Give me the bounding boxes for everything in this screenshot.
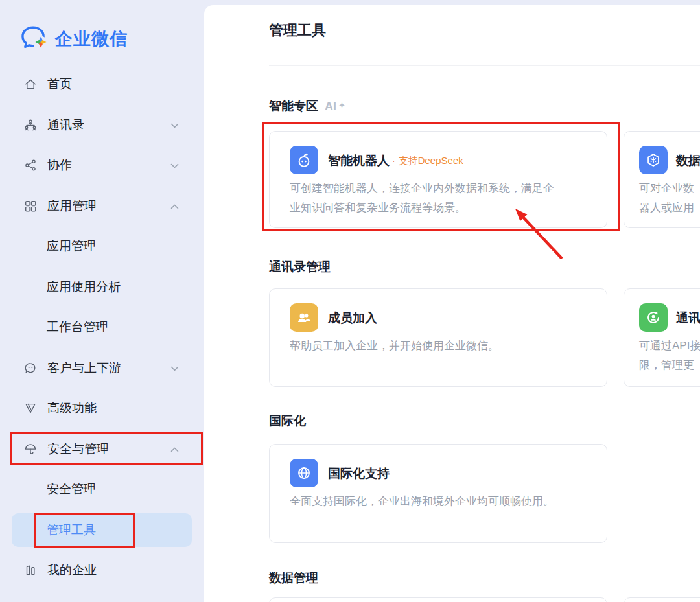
card-title-row: 智能机器人 · 支持DeepSeek xyxy=(328,152,463,169)
sidebar-item-customers[interactable]: 客户与上下游 xyxy=(0,348,202,389)
section-header-data: 数据管理 xyxy=(269,570,700,586)
card-data-right-partial[interactable] xyxy=(624,597,700,602)
sidebar-nav: 首页 通讯录 协作 xyxy=(0,64,202,591)
sidebar-item-app-management[interactable]: 应用管理 xyxy=(0,186,202,227)
section-title: 智能专区 xyxy=(269,98,318,115)
card-description: 全面支持国际化，企业出海和境外企业均可顺畅使用。 xyxy=(290,492,563,511)
title-tag-separator: · xyxy=(392,156,395,166)
sidebar-subitem-security-management[interactable]: 安全管理 xyxy=(0,469,202,510)
sidebar-item-advanced-features[interactable]: 高级功能 xyxy=(0,388,202,429)
sparkle-icon: ✦ xyxy=(338,97,345,114)
chevron-up-icon xyxy=(170,443,179,455)
section-title: 数据管理 xyxy=(269,570,318,586)
card-description: 可对企业数 器人或应用 xyxy=(639,179,700,218)
sidebar-item-label: 应用使用分析 xyxy=(47,279,121,295)
card-row-i18n: 国际化支持 全面支持国际化，企业出海和境外企业均可顺畅使用。 xyxy=(269,444,700,543)
section-header-i18n: 国际化 xyxy=(269,413,700,430)
sidebar-item-label: 安全与管理 xyxy=(47,441,109,457)
contacts-sync-icon xyxy=(639,303,668,332)
app-logo-text: 企业微信 xyxy=(55,27,128,51)
card-smart-table-partial[interactable]: 数据 可对企业数 器人或应用 xyxy=(624,131,700,228)
card-smart-robot[interactable]: 智能机器人 · 支持DeepSeek 可创建智能机器人，连接企业内外数据和系统，… xyxy=(269,131,607,228)
card-title-row: 国际化支持 xyxy=(328,465,390,482)
umbrella-icon xyxy=(23,442,38,456)
sidebar-subitem-app-management[interactable]: 应用管理 xyxy=(0,226,202,267)
sidebar-item-home[interactable]: 首页 xyxy=(0,64,202,105)
vane-icon xyxy=(23,401,38,415)
chevron-up-icon xyxy=(170,200,179,212)
sidebar-subitem-workbench-management[interactable]: 工作台管理 xyxy=(0,307,202,348)
sidebar-subitem-management-tools[interactable]: 管理工具 xyxy=(0,510,202,551)
sidebar-item-label: 客户与上下游 xyxy=(47,360,121,376)
card-title: 数据 xyxy=(676,152,700,169)
sidebar-item-label: 高级功能 xyxy=(47,400,97,417)
section-title: 通讯录管理 xyxy=(269,259,331,275)
sidebar-item-label: 安全管理 xyxy=(47,481,96,498)
section-title: 国际化 xyxy=(269,413,306,430)
collaboration-icon xyxy=(23,158,38,172)
sidebar: 企业微信 首页 通讯录 xyxy=(0,0,202,602)
selected-item-highlight xyxy=(12,513,192,548)
chevron-down-icon xyxy=(170,159,179,171)
sidebar-item-security-management[interactable]: 安全与管理 xyxy=(0,429,202,470)
card-data-left-partial[interactable] xyxy=(269,597,607,602)
card-i18n-support[interactable]: 国际化支持 全面支持国际化，企业出海和境外企业均可顺畅使用。 xyxy=(269,444,607,543)
home-icon xyxy=(23,77,38,91)
card-description: 帮助员工加入企业，并开始使用企业微信。 xyxy=(290,336,563,356)
page-title: 管理工具 xyxy=(269,21,700,40)
sidebar-subitem-app-usage-analysis[interactable]: 应用使用分析 xyxy=(0,267,202,308)
contacts-icon xyxy=(23,118,38,132)
card-title: 通讯 xyxy=(676,310,700,327)
deepseek-tag: 支持DeepSeek xyxy=(399,155,463,167)
sidebar-item-label: 首页 xyxy=(47,76,72,93)
card-title-row: 成员加入 xyxy=(328,310,377,327)
sidebar-item-contacts[interactable]: 通讯录 xyxy=(0,105,202,146)
card-title: 国际化支持 xyxy=(328,465,390,482)
wecom-admin-page: { "logo": { "text": "企业微信" }, "sidebar":… xyxy=(0,0,700,602)
card-title-row: 通讯 xyxy=(676,310,700,327)
card-row-data xyxy=(269,597,700,602)
card-row-contacts: 成员加入 帮助员工加入企业，并开始使用企业微信。 通讯 可通过API接 限，管理… xyxy=(269,288,700,387)
sidebar-item-label: 工作台管理 xyxy=(47,319,108,336)
sidebar-item-label: 协作 xyxy=(47,157,72,174)
sidebar-item-label: 管理工具 xyxy=(47,522,96,538)
wecom-logo-icon xyxy=(19,24,49,54)
members-icon xyxy=(290,303,318,332)
smart-table-icon xyxy=(639,146,668,174)
app-logo[interactable]: 企业微信 xyxy=(0,0,202,54)
card-contacts-sync-partial[interactable]: 通讯 可通过API接 限，管理更 xyxy=(624,288,700,387)
sidebar-item-label: 应用管理 xyxy=(47,198,97,214)
sidebar-item-collaboration[interactable]: 协作 xyxy=(0,145,202,186)
main-panel: 管理工具 智能专区 AI ✦ 智能机器人 · 支持DeepSeek 可创建智能机… xyxy=(204,5,700,602)
card-member-join[interactable]: 成员加入 帮助员工加入企业，并开始使用企业微信。 xyxy=(269,288,607,387)
section-header-contacts: 通讯录管理 xyxy=(269,259,700,275)
sidebar-item-label: 应用管理 xyxy=(47,238,96,255)
chevron-down-icon xyxy=(170,362,179,374)
card-title-row: 数据 xyxy=(676,152,700,169)
apps-grid-icon xyxy=(23,199,38,213)
globe-icon xyxy=(290,459,318,487)
card-title: 智能机器人 xyxy=(328,152,390,169)
sidebar-item-my-company[interactable]: 我的企业 xyxy=(0,550,202,591)
title-divider xyxy=(269,65,700,66)
company-icon xyxy=(23,563,38,577)
card-description: 可创建智能机器人，连接企业内外数据和系统，满足企业知识问答和复杂业务流程等场景。 xyxy=(290,179,563,218)
sidebar-item-label: 通讯录 xyxy=(47,117,84,133)
chevron-down-icon xyxy=(170,119,179,131)
sidebar-item-label: 我的企业 xyxy=(47,562,97,579)
card-title: 成员加入 xyxy=(328,310,377,327)
ai-badge: AI xyxy=(325,98,336,115)
section-header-ai: 智能专区 AI ✦ xyxy=(269,98,700,116)
robot-icon xyxy=(290,146,318,174)
card-description: 可通过API接 限，管理更 xyxy=(639,336,700,375)
card-row-ai: 智能机器人 · 支持DeepSeek 可创建智能机器人，连接企业内外数据和系统，… xyxy=(269,131,700,228)
chat-bubble-icon xyxy=(23,361,38,375)
